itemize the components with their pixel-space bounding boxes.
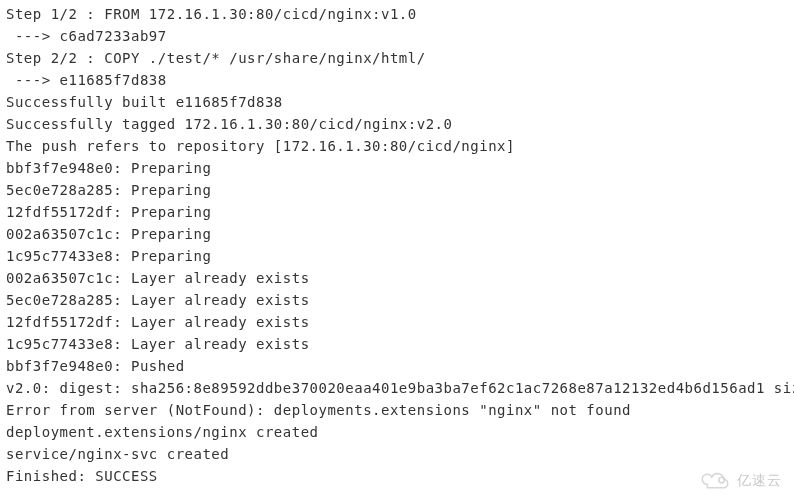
log-line: Error from server (NotFound): deployment… [6, 399, 788, 421]
build-log-output: Step 1/2 : FROM 172.16.1.30:80/cicd/ngin… [6, 3, 788, 487]
log-line: 1c95c77433e8: Layer already exists [6, 333, 788, 355]
log-line: v2.0: digest: sha256:8e89592ddbe370020ea… [6, 377, 788, 399]
watermark-text: 亿速云 [737, 469, 782, 491]
log-line: bbf3f7e948e0: Preparing [6, 157, 788, 179]
log-line: Finished: SUCCESS [6, 465, 788, 487]
log-line: The push refers to repository [172.16.1.… [6, 135, 788, 157]
log-line: 002a63507c1c: Preparing [6, 223, 788, 245]
log-line: 5ec0e728a285: Preparing [6, 179, 788, 201]
log-line: Step 1/2 : FROM 172.16.1.30:80/cicd/ngin… [6, 3, 788, 25]
log-line: ---> c6ad7233ab97 [6, 25, 788, 47]
log-line: 5ec0e728a285: Layer already exists [6, 289, 788, 311]
log-line: 002a63507c1c: Layer already exists [6, 267, 788, 289]
log-line: bbf3f7e948e0: Pushed [6, 355, 788, 377]
log-line: 1c95c77433e8: Preparing [6, 245, 788, 267]
log-line: Successfully tagged 172.16.1.30:80/cicd/… [6, 113, 788, 135]
log-line: Step 2/2 : COPY ./test/* /usr/share/ngin… [6, 47, 788, 69]
cloud-icon [699, 469, 733, 491]
watermark: 亿速云 [699, 469, 782, 491]
log-line: 12fdf55172df: Layer already exists [6, 311, 788, 333]
log-line: ---> e11685f7d838 [6, 69, 788, 91]
log-line: deployment.extensions/nginx created [6, 421, 788, 443]
log-line: 12fdf55172df: Preparing [6, 201, 788, 223]
log-line: service/nginx-svc created [6, 443, 788, 465]
log-line: Successfully built e11685f7d838 [6, 91, 788, 113]
